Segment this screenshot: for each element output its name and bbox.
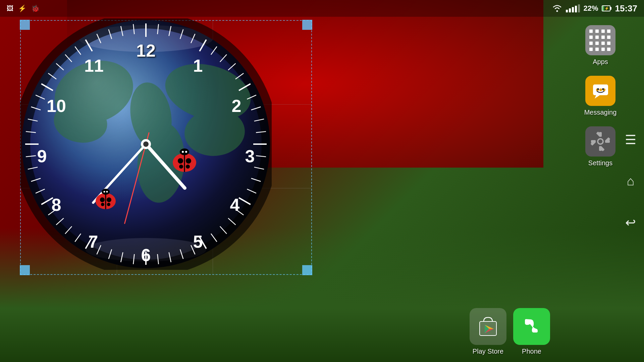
play-store-icon-image <box>470 308 506 345</box>
svg-text:7: 7 <box>89 232 98 251</box>
status-left: 🖼 ⚡ 🐞 <box>7 4 40 12</box>
svg-point-118 <box>602 88 604 90</box>
svg-text:9: 9 <box>37 146 47 166</box>
svg-point-111 <box>106 191 108 193</box>
svg-point-120 <box>598 139 602 143</box>
svg-text:4: 4 <box>230 195 240 215</box>
svg-point-93 <box>143 141 149 147</box>
svg-text:1: 1 <box>193 56 203 75</box>
svg-text:6: 6 <box>141 245 151 265</box>
messaging-label: Messaging <box>584 109 617 116</box>
status-right: 22% ⚡ 15:37 <box>552 3 637 14</box>
svg-point-98 <box>179 165 183 169</box>
svg-point-105 <box>100 197 105 202</box>
status-time: 15:37 <box>615 3 638 14</box>
battery-icon: ⚡ <box>602 5 612 12</box>
svg-point-101 <box>182 151 184 153</box>
status-bar: 🖼 ⚡ 🐞 22% ⚡ 15:37 <box>0 0 644 17</box>
svg-point-117 <box>597 88 599 90</box>
bottom-dock: Play Store Phone <box>0 308 610 355</box>
settings-label: Settings <box>588 159 612 167</box>
back-button[interactable]: ↩ <box>625 215 636 230</box>
svg-point-107 <box>101 203 104 206</box>
svg-point-102 <box>185 151 187 153</box>
svg-text:11: 11 <box>84 56 104 75</box>
gallery-icon: 🖼 <box>7 5 13 12</box>
svg-text:12: 12 <box>136 41 156 60</box>
svg-text:8: 8 <box>52 195 61 215</box>
usb-icon: ⚡ <box>18 4 26 12</box>
svg-point-108 <box>107 203 110 206</box>
svg-point-97 <box>186 158 191 164</box>
clock-widget[interactable]: 12 1 2 3 4 5 6 7 8 9 10 11 <box>20 18 272 271</box>
svg-point-96 <box>178 158 183 164</box>
settings-icon-image <box>585 126 615 157</box>
play-store-app-icon[interactable]: Play Store <box>470 308 506 355</box>
svg-text:2: 2 <box>232 96 241 116</box>
play-store-label: Play Store <box>473 348 503 355</box>
svg-point-100 <box>180 148 189 155</box>
apps-label: Apps <box>593 58 608 66</box>
messaging-icon-image <box>585 76 615 106</box>
svg-point-110 <box>104 191 105 193</box>
phone-label: Phone <box>522 348 541 355</box>
svg-point-109 <box>102 189 110 195</box>
svg-rect-2 <box>610 7 611 10</box>
nav-bar: ☰ ⌂ ↩ <box>617 0 644 362</box>
svg-point-115 <box>599 88 602 91</box>
svg-rect-3 <box>602 6 604 11</box>
svg-text:3: 3 <box>245 146 255 166</box>
apps-icon-image <box>585 25 615 55</box>
wifi-icon <box>552 4 562 12</box>
svg-text:5: 5 <box>193 232 203 251</box>
signal-bars <box>566 4 580 12</box>
svg-text:10: 10 <box>47 96 66 116</box>
svg-point-0 <box>556 10 558 12</box>
home-button[interactable]: ⌂ <box>627 174 635 188</box>
debug-icon: 🐞 <box>31 4 40 12</box>
svg-point-106 <box>107 197 111 202</box>
svg-point-99 <box>186 165 190 169</box>
battery-percent: 22% <box>583 4 598 13</box>
menu-button[interactable]: ☰ <box>625 132 636 147</box>
svg-text:⚡: ⚡ <box>604 6 609 11</box>
phone-app-icon[interactable]: Phone <box>513 308 550 355</box>
phone-icon-image <box>513 308 550 345</box>
